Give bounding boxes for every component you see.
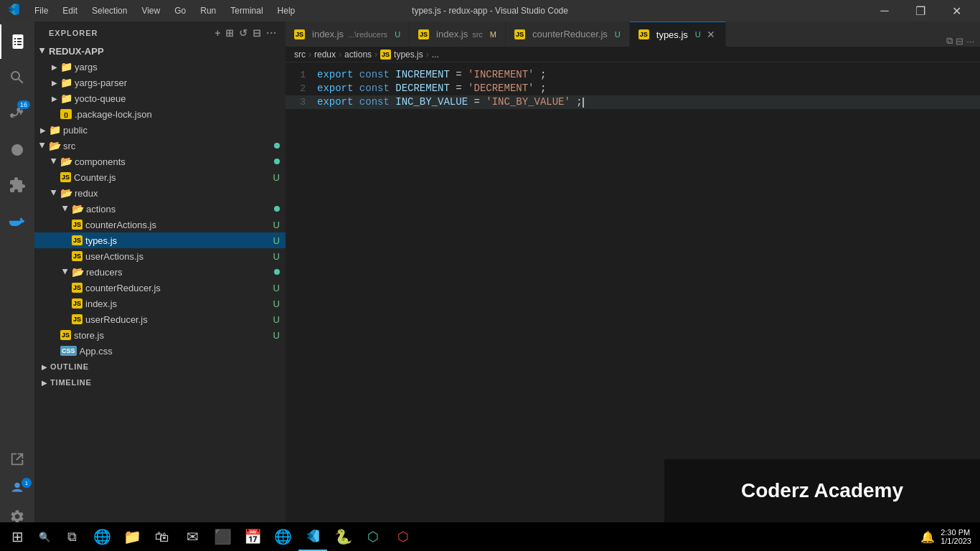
folder-icon: 📁 [49, 124, 60, 136]
tree-item-public[interactable]: ▶ 📁 public [34, 122, 286, 138]
breadcrumb-src[interactable]: src [294, 50, 306, 60]
tabs-actions: ⧉ ⊟ ··· [941, 35, 980, 47]
css-badge-icon: CSS [60, 346, 77, 356]
edge-icon[interactable]: 🌐 [88, 522, 116, 551]
tree-item-store[interactable]: JS store.js U [34, 327, 286, 343]
minimize-button[interactable]: ─ [868, 0, 901, 22]
tree-item-user-actions[interactable]: JS userActions.js U [34, 248, 286, 264]
more-icon[interactable]: ··· [266, 27, 277, 39]
mail-icon[interactable]: ✉ [178, 522, 207, 551]
tab-sublabel: ...\reducers [348, 30, 387, 39]
menu-edit[interactable]: Edit [57, 4, 83, 17]
titlebar-left: File Edit Selection View Go Run Terminal… [7, 3, 301, 19]
section-outline[interactable]: ▶ OUTLINE [34, 359, 286, 375]
tab-index-src[interactable]: JS index.js src M [410, 22, 506, 47]
collapse-icon[interactable]: ⊟ [253, 27, 262, 39]
tree-item-yocto-queue[interactable]: ▶ 📁 yocto-queue [34, 90, 286, 106]
code-line-1: 1 export const INCREMENT = 'INCREMENT' ; [286, 68, 980, 82]
tree-item-counter[interactable]: JS Counter.js U [34, 169, 286, 185]
breadcrumb-sep: › [374, 50, 377, 60]
operator: = [456, 83, 468, 94]
menu-go[interactable]: Go [169, 4, 192, 17]
tree-item-yargs-parser[interactable]: ▶ 📁 yargs-parser [34, 75, 286, 90]
terminal-icon[interactable]: ⬛ [208, 522, 237, 551]
refresh-icon[interactable]: ↺ [239, 27, 248, 39]
tree-item-components[interactable]: ▶ 📂 components [34, 154, 286, 169]
breadcrumb-types[interactable]: types.js [394, 50, 423, 60]
new-file-icon[interactable]: + [215, 27, 221, 39]
activity-account[interactable]: 1 [0, 475, 34, 501]
tree-item-types[interactable]: JS types.js U [34, 232, 286, 248]
split-editor-icon[interactable]: ⧉ [946, 35, 953, 47]
more-tabs-icon[interactable]: ··· [966, 36, 974, 47]
folder-icon: 📁 [60, 93, 72, 104]
window-controls: ─ ❐ ✕ [868, 0, 973, 22]
tree-item-actions[interactable]: ▶ 📂 actions [34, 201, 286, 217]
menu-file[interactable]: File [29, 4, 54, 17]
tree-label-user-reducer: userReducer.js [85, 314, 273, 325]
operator: = [473, 96, 486, 108]
tab-index-reducers[interactable]: JS index.js ...\reducers U [286, 22, 410, 47]
vscode-taskbar-icon[interactable] [298, 522, 327, 551]
folder-icon: 📁 [60, 61, 72, 72]
tab-types[interactable]: JS types.js U ✕ [630, 22, 726, 47]
activity-remote[interactable] [0, 446, 34, 472]
tree-item-reducers[interactable]: ▶ 📂 reducers [34, 264, 286, 280]
activity-source-control[interactable]: 16 [0, 96, 34, 131]
folder-icon: 📂 [72, 266, 83, 278]
activity-search[interactable] [0, 60, 34, 95]
app-icon-3[interactable]: ⬡ [389, 522, 418, 551]
breadcrumb-actions[interactable]: actions [344, 50, 372, 60]
js-tab-badge: JS [418, 29, 429, 39]
tree-item-app-css[interactable]: CSS App.css [34, 343, 286, 359]
panel-layout-icon[interactable]: ⊟ [956, 36, 963, 47]
tree-item-user-reducer[interactable]: JS userReducer.js U [34, 311, 286, 327]
tree-label-yargs: yargs [75, 62, 280, 72]
breadcrumb-more[interactable]: ... [432, 50, 439, 60]
activity-explorer[interactable] [0, 24, 34, 59]
identifier: INCREMENT [395, 69, 450, 80]
tree-item-redux[interactable]: ▶ 📂 redux [34, 185, 286, 201]
app-icon-2[interactable]: ⬡ [359, 522, 387, 551]
activity-docker[interactable] [0, 204, 34, 238]
section-timeline[interactable]: ▶ TIMELINE [34, 375, 286, 390]
store-icon[interactable]: 🛍 [148, 522, 176, 551]
activity-extensions[interactable] [0, 168, 34, 202]
tree-item-counter-actions[interactable]: JS counterActions.js U [34, 217, 286, 232]
tree-root[interactable]: ▶ REDUX-APP [34, 43, 286, 59]
new-folder-icon[interactable]: ⊞ [225, 27, 235, 39]
breadcrumb-redux[interactable]: redux [314, 50, 336, 60]
file-status-u: U [273, 235, 280, 246]
tree-item-counter-reducer[interactable]: JS counterReducer.js U [34, 280, 286, 296]
identifier: INC_BY_VALUE [395, 96, 468, 108]
explorer-taskbar-icon[interactable]: 📁 [118, 522, 146, 551]
tree-item-yargs[interactable]: ▶ 📁 yargs [34, 59, 286, 75]
close-button[interactable]: ✕ [940, 0, 973, 22]
menu-view[interactable]: View [136, 4, 166, 17]
tab-counter-reducer[interactable]: JS counterReducer.js U [506, 22, 630, 47]
activity-run[interactable] [0, 132, 34, 166]
line-number: 2 [288, 82, 317, 95]
editor-area: JS index.js ...\reducers U JS index.js s… [286, 22, 980, 535]
calendar-icon[interactable]: 📅 [238, 522, 267, 551]
notification-icon[interactable]: 🔔 [920, 530, 935, 544]
maximize-button[interactable]: ❐ [904, 0, 937, 22]
menu-terminal[interactable]: Terminal [225, 4, 268, 17]
code-content: export const INCREMENT = 'INCREMENT' ; [317, 68, 546, 82]
search-taskbar[interactable]: 🔍 [33, 522, 56, 551]
tab-modified-u: U [395, 30, 400, 39]
tab-label: types.js [656, 29, 688, 40]
tab-close-button[interactable]: ✕ [705, 29, 717, 40]
operator: = [456, 69, 468, 80]
menu-help[interactable]: Help [272, 4, 301, 17]
breadcrumb-js-badge: JS [380, 50, 391, 60]
python-icon[interactable]: 🐍 [329, 522, 357, 551]
tree-item-src[interactable]: ▶ 📂 src [34, 138, 286, 154]
menu-selection[interactable]: Selection [86, 4, 133, 17]
start-button[interactable]: ⊞ [3, 522, 32, 551]
browser-icon[interactable]: 🌐 [268, 522, 297, 551]
tree-item-index-reducers[interactable]: JS index.js U [34, 296, 286, 311]
tree-item-package-lock[interactable]: {} .package-lock.json [34, 106, 286, 122]
menu-run[interactable]: Run [194, 4, 222, 17]
task-view-button[interactable]: ⧉ [57, 522, 86, 551]
